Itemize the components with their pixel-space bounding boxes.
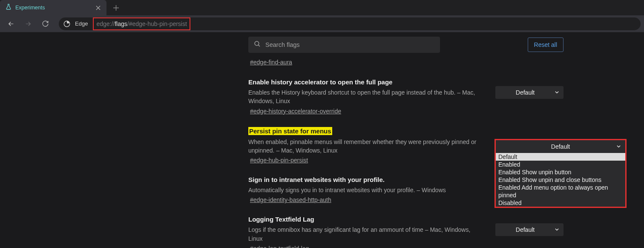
toolbar: Edge edge://flags/#edge-hub-pin-persist [0, 15, 644, 32]
flag-title: Sign in to intranet websites with your p… [248, 176, 385, 183]
flag-item: Sign in to intranet websites with your p… [248, 172, 564, 211]
tab-bar: Experiments [0, 0, 644, 15]
flag-description: Logs if the omnibox has any significant … [248, 225, 485, 243]
chevron-down-icon [555, 89, 559, 96]
flag-title: Logging Textfield Lag [248, 216, 314, 223]
flask-icon [5, 3, 12, 12]
flag-item: Enable history accelerator to open the f… [248, 74, 564, 123]
chevron-down-icon [555, 226, 559, 233]
flag-title: Enable history accelerator to open the f… [248, 78, 392, 86]
forward-button[interactable] [20, 17, 36, 31]
flag-select[interactable]: Default [495, 223, 564, 236]
flag-anchor-link[interactable]: #edge-find-aura [250, 59, 564, 66]
flag-description: Enables the History keyboard shortcut to… [248, 88, 485, 106]
url-text: edge://flags/#edge-hub-pin-persist [96, 20, 187, 27]
flag-item: Logging Textfield Lag Logs if the omnibo… [248, 211, 564, 248]
flags-list: #edge-find-aura Enable history accelerat… [248, 57, 564, 248]
url-highlight: edge://flags/#edge-hub-pin-persist [93, 17, 190, 30]
content-area: Reset all #edge-find-aura Enable history… [0, 32, 644, 248]
svg-point-1 [255, 41, 259, 46]
reset-all-button[interactable]: Reset all [528, 37, 564, 52]
flag-anchor-link[interactable]: #edge-hub-pin-persist [250, 157, 308, 164]
new-tab-button[interactable] [109, 1, 123, 14]
refresh-button[interactable] [37, 17, 53, 31]
dropdown-option[interactable]: Default [496, 153, 625, 161]
flag-select[interactable]: Default [496, 140, 625, 153]
flag-anchor-link[interactable]: #edge-history-accelerator-override [250, 108, 341, 115]
search-flags-box[interactable] [248, 37, 440, 53]
tab-title: Experiments [15, 5, 89, 11]
flag-anchor-link[interactable]: #edge-log-textfield-lag [250, 245, 309, 248]
edge-icon [63, 20, 71, 28]
browser-tab[interactable]: Experiments [0, 0, 106, 15]
chevron-down-icon [616, 143, 621, 150]
edge-label: Edge [75, 20, 88, 27]
address-bar[interactable]: Edge edge://flags/#edge-hub-pin-persist [59, 17, 641, 30]
dropdown-option[interactable]: Enabled [496, 161, 625, 168]
flag-item: Persist pin state for menus When enabled… [248, 123, 564, 172]
flag-select[interactable]: Default [495, 86, 564, 99]
flag-anchor-link[interactable]: #edge-identity-based-http-auth [250, 196, 331, 203]
flag-title: Persist pin state for menus [248, 127, 332, 135]
back-button[interactable] [3, 17, 19, 31]
flag-description: When enabled, pinnable menus will rememb… [248, 138, 485, 155]
flag-description: Automatically signs you in to intranet w… [248, 186, 553, 194]
close-icon[interactable] [93, 3, 103, 13]
search-icon [253, 40, 261, 49]
search-input[interactable] [265, 41, 435, 48]
